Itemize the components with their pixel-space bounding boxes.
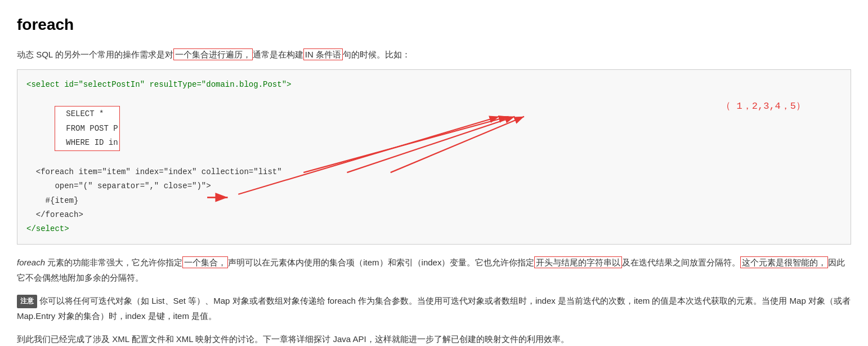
desc-highlight3: 这个元素是很智能的， bbox=[740, 256, 828, 268]
sql-select-box: SELECT * FROM POST P WHERE ID in bbox=[55, 106, 119, 151]
intro-text3: 句的时候。比如： bbox=[343, 50, 410, 59]
result-annotation: （ 1，2,3,4，5） bbox=[721, 98, 806, 116]
code-line-8: </foreach> bbox=[26, 208, 842, 222]
foreach-label: foreach bbox=[17, 258, 45, 267]
intro-text1: 动态 SQL 的另外一个常用的操作需求是对 bbox=[17, 50, 173, 59]
desc-text3: 声明可以在元素体内使用的集合项（item）和索引（index）变量。它也允许你指… bbox=[228, 258, 534, 267]
code-line-7: #{item} bbox=[26, 194, 842, 208]
note-label: 注意 bbox=[17, 295, 37, 308]
note-text: 你可以将任何可迭代对象（如 List、Set 等）、Map 对象或者数组对象传递… bbox=[17, 296, 851, 321]
desc-highlight1: 一个集合， bbox=[182, 256, 228, 268]
code-block: （ 1，2,3,4，5） <select id="selectPostIn" r… bbox=[17, 69, 851, 245]
code-line-6: open="(" separator="," close=")"> bbox=[26, 179, 842, 193]
code-line-9: </select> bbox=[26, 222, 842, 236]
desc-text4: 及在迭代结果之间放置分隔符。 bbox=[622, 258, 740, 267]
code-wrapper: （ 1，2,3,4，5） <select id="selectPostIn" r… bbox=[17, 69, 851, 245]
intro-text2: 通常是在构建 bbox=[253, 50, 303, 59]
footer-text1: 到此我们已经完成了涉及 XML 配置文件和 XML 映射文件的讨论。下一章将详细… bbox=[17, 334, 569, 344]
desc-text2: 元素的功能非常强大，它允许你指定 bbox=[45, 258, 182, 267]
intro-highlight2: IN 条件语 bbox=[303, 48, 343, 60]
intro-highlight1: 一个集合进行遍历， bbox=[173, 48, 253, 60]
code-line-2: SELECT * FROM POST P WHERE ID in bbox=[26, 92, 842, 165]
page-title: foreach bbox=[17, 11, 851, 38]
footer-paragraph: 到此我们已经完成了涉及 XML 配置文件和 XML 映射文件的讨论。下一章将详细… bbox=[17, 331, 851, 346]
code-line-5: <foreach item="item" index="index" colle… bbox=[26, 165, 842, 179]
note-paragraph: 注意你可以将任何可迭代对象（如 List、Set 等）、Map 对象或者数组对象… bbox=[17, 293, 851, 323]
description-paragraph: foreach 元素的功能非常强大，它允许你指定一个集合，声明可以在元素体内使用… bbox=[17, 255, 851, 285]
desc-highlight2: 开头与结尾的字符串以 bbox=[534, 256, 622, 268]
code-line-1: <select id="selectPostIn" resultType="do… bbox=[26, 78, 842, 92]
intro-paragraph: 动态 SQL 的另外一个常用的操作需求是对一个集合进行遍历，通常是在构建IN 条… bbox=[17, 47, 851, 62]
